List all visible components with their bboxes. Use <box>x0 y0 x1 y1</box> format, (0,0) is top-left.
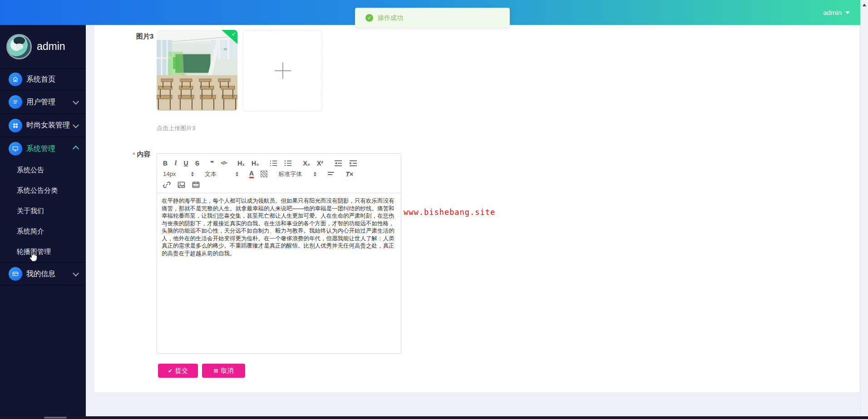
underline-button[interactable]: U <box>184 160 188 166</box>
submit-button[interactable]: ✔ 提交 <box>158 364 198 378</box>
ordered-list-button[interactable] <box>270 160 277 167</box>
horizontal-scrollbar[interactable] <box>0 416 868 419</box>
sidebar-item-label: 用户管理 <box>26 97 55 107</box>
toolbar-row-1: B I U S ❞ </> H₁ H₂ X₂ X² <box>163 158 395 168</box>
success-check-icon: ✓ <box>365 14 373 22</box>
badge-check-icon: ✓ <box>232 31 236 37</box>
outdent-button[interactable] <box>334 160 342 167</box>
subscript-button[interactable]: X₂ <box>303 160 310 166</box>
format-value: 文本 <box>205 170 217 178</box>
video-button[interactable] <box>192 181 200 189</box>
superscript-button[interactable]: X² <box>317 160 323 166</box>
grid-icon <box>9 119 22 132</box>
submit-check-icon: ✔ <box>168 368 173 374</box>
vertical-scrollbar[interactable] <box>860 0 868 419</box>
sidebar-item-label: 系统首页 <box>26 75 55 84</box>
blockquote-button[interactable]: ❞ <box>210 160 214 166</box>
image3-upload-box[interactable] <box>243 30 322 112</box>
heading1-button[interactable]: H₁ <box>237 160 245 166</box>
submenu-item-label: 轮播图管理 <box>17 248 51 256</box>
image3-label: 图片3 <box>136 32 153 41</box>
align-button[interactable] <box>327 171 335 177</box>
spinner-icon <box>314 172 316 176</box>
font-family-value: 标准字体 <box>278 170 302 178</box>
avatar <box>6 34 32 59</box>
submenu-item-label: 系统简介 <box>17 227 44 236</box>
sidebar-item-fashion[interactable]: 时尚女装管理 <box>0 113 86 136</box>
upload-tip: 点击上传图片3 <box>157 124 195 132</box>
user-menu-label: admin <box>823 9 842 16</box>
bold-button[interactable]: B <box>163 160 168 166</box>
format-select[interactable]: 文本 <box>205 170 238 178</box>
sidebar-submenu: 系统公告 系统公告分类 关于我们 系统简介 轮播图管理 <box>0 160 86 262</box>
toast-message: 操作成功 <box>378 14 403 22</box>
italic-button[interactable]: I <box>174 160 177 166</box>
sidebar: admin 系统首页 用户管理 时尚女装管理 系统管 <box>0 25 86 416</box>
link-button[interactable] <box>163 181 171 189</box>
toolbar-row-3 <box>163 180 395 190</box>
content-label-text: 内容 <box>137 150 151 159</box>
scroll-up-arrow-icon[interactable] <box>863 4 866 6</box>
content-card: 图片3 <box>94 25 859 392</box>
sidebar-item-home[interactable]: 系统首页 <box>0 68 86 90</box>
text-color-button[interactable]: A <box>249 170 254 178</box>
submenu-item-carousel[interactable]: 轮播图管理 <box>0 242 86 262</box>
submenu-item-about-us[interactable]: 关于我们 <box>0 201 86 221</box>
submenu-item-system-intro[interactable]: 系统简介 <box>0 221 86 242</box>
sidebar-item-users[interactable]: 用户管理 <box>0 90 86 113</box>
chevron-up-icon <box>73 146 79 152</box>
font-size-value: 14px <box>163 171 176 177</box>
image-button[interactable] <box>178 181 185 189</box>
submit-label: 提交 <box>175 367 188 375</box>
chevron-down-icon <box>73 98 79 105</box>
clear-format-button[interactable]: T× <box>345 171 353 178</box>
indent-button[interactable] <box>349 160 357 167</box>
horizontal-scrollbar-thumb[interactable] <box>44 417 67 419</box>
unordered-list-button[interactable] <box>284 160 292 167</box>
font-size-select[interactable]: 14px <box>163 171 194 177</box>
caret-down-icon <box>845 11 850 14</box>
monitor-icon <box>9 142 22 156</box>
submenu-item-notice[interactable]: 系统公告 <box>0 160 86 180</box>
success-toast: ✓ 操作成功 <box>355 8 510 28</box>
required-mark: * <box>133 151 135 158</box>
submenu-item-notice-category[interactable]: 系统公告分类 <box>0 180 86 201</box>
profile-name: admin <box>37 40 65 53</box>
chevron-down-icon <box>73 270 79 277</box>
app-window: admin ✓ 操作成功 admin 系统首页 用户管理 <box>0 0 868 419</box>
background-color-button[interactable] <box>261 171 267 177</box>
list-icon <box>9 95 22 109</box>
strikethrough-button[interactable]: S <box>195 160 199 166</box>
font-family-select[interactable]: 标准字体 <box>278 170 316 178</box>
cancel-label: 取消 <box>221 367 234 375</box>
sidebar-divider <box>0 285 86 286</box>
code-button[interactable]: </> <box>221 161 227 166</box>
chevron-down-icon <box>73 122 79 128</box>
sidebar-item-system[interactable]: 系统管理 <box>0 136 86 160</box>
content-label: * 内容 <box>133 150 151 159</box>
submenu-item-label: 系统公告 <box>17 166 44 175</box>
cancel-box-icon: ⊠ <box>213 368 218 374</box>
user-menu[interactable]: admin <box>823 0 850 25</box>
toolbar-row-2: 14px 文本 A 标准字体 T <box>163 169 395 179</box>
spinner-icon <box>236 172 238 176</box>
watermark-text: www.bishebang.site <box>404 208 495 217</box>
heading2-button[interactable]: H₂ <box>252 160 259 166</box>
editor-content[interactable]: 在平静的海平面上，每个人都可以成为领航员。但如果只有阳光而没有阴影，只有欢乐而没… <box>157 193 401 261</box>
submenu-item-label: 系统公告分类 <box>17 186 58 195</box>
rich-text-editor: B I U S ❞ </> H₁ H₂ X₂ X² <box>157 153 401 354</box>
editor-toolbar: B I U S ❞ </> H₁ H₂ X₂ X² <box>157 154 401 193</box>
sidebar-item-label: 时尚女装管理 <box>26 121 70 130</box>
home-icon <box>9 73 22 86</box>
submenu-item-label: 关于我们 <box>17 207 44 215</box>
id-card-icon <box>9 267 22 281</box>
spinner-icon <box>191 172 194 176</box>
plus-icon <box>275 63 291 79</box>
sidebar-item-label: 我的信息 <box>26 269 55 279</box>
sidebar-item-label: 系统管理 <box>26 144 55 154</box>
sidebar-item-my-info[interactable]: 我的信息 <box>0 262 86 285</box>
cancel-button[interactable]: ⊠ 取消 <box>202 364 245 378</box>
image3-thumbnail[interactable]: ✓ <box>157 30 237 111</box>
sidebar-profile: admin <box>0 25 86 68</box>
